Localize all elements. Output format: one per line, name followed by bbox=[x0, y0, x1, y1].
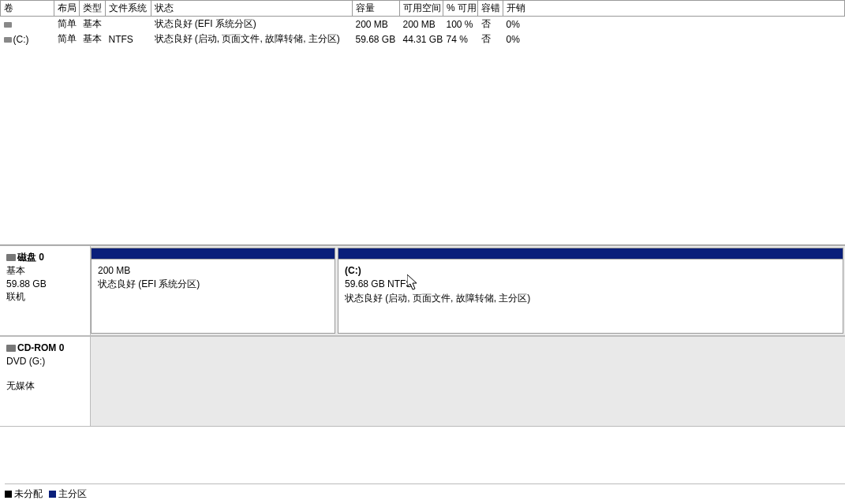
disk-name: 磁盘 0 bbox=[17, 252, 44, 263]
partition-header-bar bbox=[338, 248, 843, 259]
legend-label: 主分区 bbox=[58, 488, 87, 499]
cdrom-icon bbox=[6, 345, 16, 352]
disk-label-cdrom[interactable]: CD-ROM 0 DVD (G:) 无媒体 bbox=[0, 337, 91, 426]
vol-overhead: 0% bbox=[503, 17, 845, 32]
table-row[interactable]: 简单 基本 状态良好 (EFI 系统分区) 200 MB 200 MB 100 … bbox=[1, 17, 845, 32]
vol-fault: 否 bbox=[478, 32, 503, 47]
partition-size: 59.68 GB NTFS bbox=[345, 278, 836, 291]
col-header-status[interactable]: 状态 bbox=[151, 1, 353, 17]
cdrom-drive: DVD (G:) bbox=[6, 355, 84, 368]
disk-label-disk0[interactable]: 磁盘 0 基本 59.88 GB 联机 bbox=[0, 246, 91, 335]
vol-capacity: 200 MB bbox=[353, 17, 400, 32]
partition-efi[interactable]: 200 MB 状态良好 (EFI 系统分区) bbox=[91, 248, 335, 334]
partitions-container: 200 MB 状态良好 (EFI 系统分区) (C:) 59.68 GB NTF… bbox=[91, 246, 845, 335]
vol-fs bbox=[106, 17, 151, 32]
vol-capacity: 59.68 GB bbox=[353, 32, 400, 47]
volume-table-header[interactable]: 卷 布局 类型 文件系统 状态 容量 可用空间 % 可用 容错 开销 bbox=[1, 1, 845, 17]
partition-status: 状态良好 (EFI 系统分区) bbox=[98, 278, 328, 291]
empty-media-area[interactable] bbox=[91, 337, 845, 426]
volume-icon bbox=[4, 22, 12, 28]
legend-primary: 主分区 bbox=[49, 487, 87, 501]
col-header-type[interactable]: 类型 bbox=[80, 1, 106, 17]
col-header-fault[interactable]: 容错 bbox=[478, 1, 503, 17]
disk-row-disk0: 磁盘 0 基本 59.88 GB 联机 200 MB 状态良好 (EFI 系统分… bbox=[0, 245, 845, 336]
legend-swatch-navy-icon bbox=[49, 491, 56, 498]
vol-free: 44.31 GB bbox=[400, 32, 443, 47]
vol-fault: 否 bbox=[478, 17, 503, 32]
vol-type: 基本 bbox=[80, 32, 106, 47]
legend-swatch-black-icon bbox=[5, 491, 12, 498]
vol-status: 状态良好 (EFI 系统分区) bbox=[151, 17, 353, 32]
vol-overhead: 0% bbox=[503, 32, 845, 47]
disk-type: 基本 bbox=[6, 264, 84, 278]
vol-layout: 简单 bbox=[54, 17, 80, 32]
vol-name: (C:) bbox=[13, 34, 29, 45]
col-header-layout[interactable]: 布局 bbox=[54, 1, 80, 17]
col-header-capacity[interactable]: 容量 bbox=[353, 1, 400, 17]
partition-size: 200 MB bbox=[98, 264, 328, 278]
col-header-overhead[interactable]: 开销 bbox=[503, 1, 845, 17]
vol-type: 基本 bbox=[80, 17, 106, 32]
partition-c[interactable]: (C:) 59.68 GB NTFS 状态良好 (启动, 页面文件, 故障转储,… bbox=[338, 248, 843, 334]
cdrom-partitions bbox=[91, 337, 845, 426]
col-header-free[interactable]: 可用空间 bbox=[400, 1, 443, 17]
partition-status: 状态良好 (启动, 页面文件, 故障转储, 主分区) bbox=[345, 292, 836, 305]
vol-status: 状态良好 (启动, 页面文件, 故障转储, 主分区) bbox=[151, 32, 353, 47]
vol-layout: 简单 bbox=[54, 32, 80, 47]
vol-pct: 74 % bbox=[443, 32, 478, 47]
volume-table[interactable]: 卷 布局 类型 文件系统 状态 容量 可用空间 % 可用 容错 开销 简单 基本… bbox=[0, 0, 845, 47]
disk-icon bbox=[6, 254, 16, 261]
disk-size: 59.88 GB bbox=[6, 278, 84, 291]
legend-label: 未分配 bbox=[14, 488, 43, 499]
vol-fs: NTFS bbox=[106, 32, 151, 47]
table-row[interactable]: (C:) 简单 基本 NTFS 状态良好 (启动, 页面文件, 故障转储, 主分… bbox=[1, 32, 845, 47]
partition-header-bar bbox=[92, 248, 335, 259]
volume-icon bbox=[4, 37, 12, 43]
vol-pct: 100 % bbox=[443, 17, 478, 32]
col-header-pctfree[interactable]: % 可用 bbox=[443, 1, 478, 17]
partition-title: (C:) bbox=[345, 264, 836, 278]
disk-state: 联机 bbox=[6, 290, 84, 304]
legend-unallocated: 未分配 bbox=[5, 487, 43, 501]
disk-graphical-area: 磁盘 0 基本 59.88 GB 联机 200 MB 状态良好 (EFI 系统分… bbox=[0, 245, 845, 427]
vol-free: 200 MB bbox=[400, 17, 443, 32]
col-header-volume[interactable]: 卷 bbox=[1, 1, 54, 17]
disk-name: CD-ROM 0 bbox=[17, 342, 64, 353]
legend: 未分配 主分区 bbox=[5, 483, 845, 501]
disk-row-cdrom: CD-ROM 0 DVD (G:) 无媒体 bbox=[0, 336, 845, 427]
cdrom-state: 无媒体 bbox=[6, 379, 84, 393]
col-header-filesystem[interactable]: 文件系统 bbox=[106, 1, 151, 17]
